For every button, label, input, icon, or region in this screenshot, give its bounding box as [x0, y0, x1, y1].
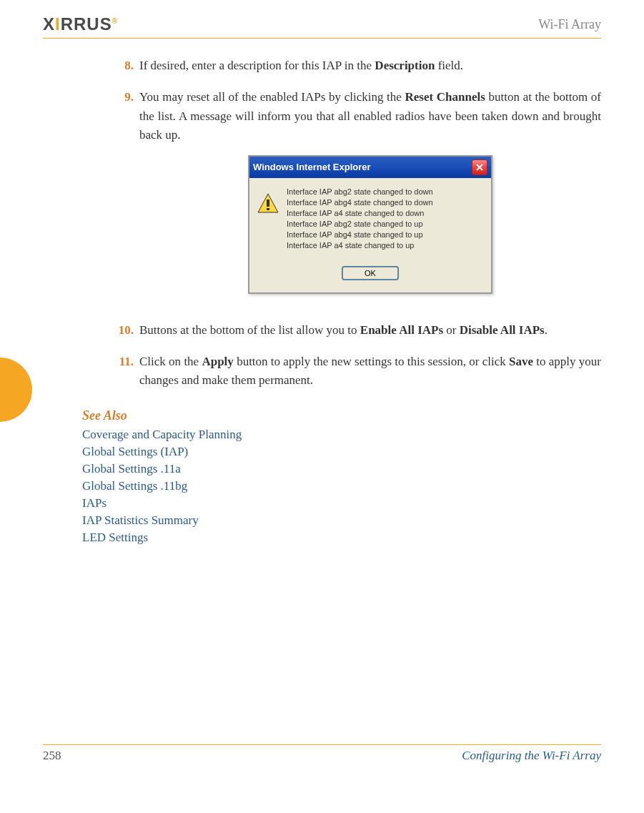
- svg-rect-0: [267, 199, 269, 207]
- dialog-titlebar: Windows Internet Explorer: [249, 157, 491, 178]
- step-number: 8.: [111, 56, 134, 75]
- step-11: 11. Click on the Apply button to apply t…: [111, 353, 601, 390]
- logo-rrus: RRUS: [61, 14, 112, 34]
- ok-button[interactable]: OK: [342, 267, 398, 280]
- footer-section-title: Configuring the Wi-Fi Array: [462, 749, 601, 763]
- warning-icon: [257, 192, 279, 215]
- link-global-settings-11bg[interactable]: Global Settings .11bg: [82, 479, 601, 493]
- close-button[interactable]: [472, 159, 487, 175]
- side-tab-marker: [0, 358, 32, 422]
- step-text: Buttons at the bottom of the list allow …: [139, 321, 601, 340]
- step-text: If desired, enter a description for this…: [139, 56, 601, 75]
- link-iap-statistics[interactable]: IAP Statistics Summary: [82, 513, 601, 528]
- step-number: 10.: [111, 321, 134, 340]
- step-9: 9. You may reset all of the enabled IAPs…: [111, 88, 601, 307]
- step-8: 8. If desired, enter a description for t…: [111, 56, 601, 75]
- close-icon: [476, 164, 483, 171]
- page-footer: 258 Configuring the Wi-Fi Array: [43, 744, 601, 763]
- step-text: You may reset all of the enabled IAPs by…: [139, 88, 601, 307]
- step-number: 11.: [111, 353, 134, 390]
- dialog-message: Interface IAP abg2 state changed to down…: [287, 187, 433, 250]
- link-coverage-capacity[interactable]: Coverage and Capacity Planning: [82, 428, 601, 442]
- link-led-settings[interactable]: LED Settings: [82, 531, 601, 545]
- link-iaps[interactable]: IAPs: [82, 496, 601, 511]
- page-number: 258: [43, 749, 61, 763]
- message-dialog: Windows Internet Explorer: [248, 155, 492, 293]
- see-also-heading: See Also: [82, 408, 601, 423]
- step-number: 9.: [111, 88, 134, 307]
- logo-x: X: [43, 14, 55, 34]
- svg-rect-1: [267, 208, 269, 210]
- header-product-name: Wi-Fi Array: [538, 17, 601, 32]
- step-10: 10. Buttons at the bottom of the list al…: [111, 321, 601, 340]
- page-header: XIRRUS® Wi-Fi Array: [43, 14, 601, 39]
- step-text: Click on the Apply button to apply the n…: [139, 353, 601, 390]
- logo: XIRRUS®: [43, 14, 118, 34]
- dialog-title: Windows Internet Explorer: [253, 160, 371, 174]
- link-global-settings-11a[interactable]: Global Settings .11a: [82, 462, 601, 476]
- logo-i: I: [55, 14, 61, 34]
- link-global-settings-iap[interactable]: Global Settings (IAP): [82, 445, 601, 459]
